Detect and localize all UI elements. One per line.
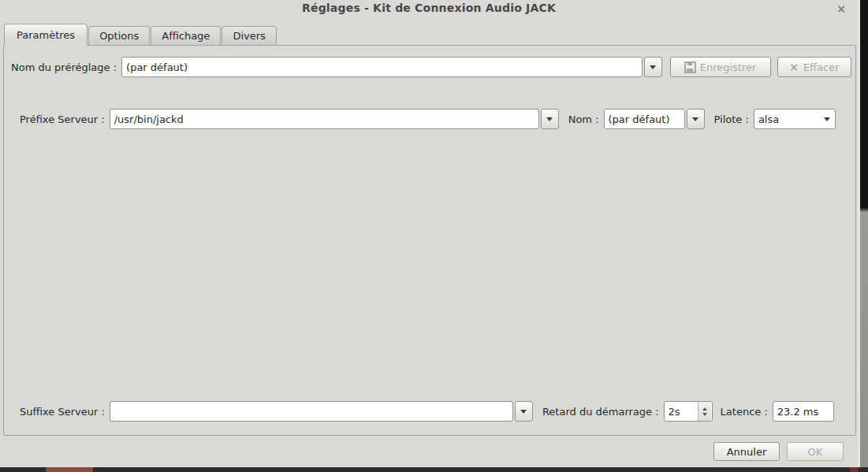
tab-affichage[interactable]: Affichage <box>151 26 221 46</box>
latency-label: Latence : <box>721 406 768 418</box>
server-name-combo[interactable]: (par défaut) <box>604 109 685 129</box>
background-window-edge <box>858 0 868 472</box>
save-preset-button[interactable]: Enregistrer <box>670 57 771 77</box>
close-icon[interactable]: × <box>834 2 848 16</box>
preset-name-label: Nom du préréglage : <box>11 61 117 73</box>
save-icon <box>684 61 696 73</box>
server-name-label: Nom : <box>568 113 599 125</box>
window-title: Réglages - Kit de Connexion Audio JACK <box>0 2 858 14</box>
save-button-label: Enregistrer <box>700 61 757 73</box>
chevron-down-icon <box>650 65 656 72</box>
start-delay-label: Retard du démarrage : <box>542 406 659 418</box>
spin-down-icon <box>702 413 707 418</box>
titlebar[interactable]: Réglages - Kit de Connexion Audio JACK × <box>0 0 858 17</box>
server-prefix-label: Préfixe Serveur : <box>20 113 105 125</box>
tab-bar: Paramètres Options Affichage Divers <box>4 24 278 46</box>
chevron-down-icon <box>824 117 830 125</box>
driver-combo[interactable]: alsa <box>754 109 836 129</box>
preset-combo-arrow[interactable] <box>644 57 662 77</box>
preset-name-value: (par défaut) <box>126 61 188 73</box>
spin-up-icon <box>702 405 707 411</box>
tab-divers[interactable]: Divers <box>222 26 276 46</box>
background-taskbar-edge <box>0 467 868 472</box>
cancel-button[interactable]: Annuler <box>713 442 780 461</box>
server-name-arrow[interactable] <box>687 109 705 129</box>
erase-preset-button[interactable]: × Effacer <box>777 57 851 77</box>
tab-options[interactable]: Options <box>88 26 150 46</box>
tab-panel <box>3 45 856 436</box>
tab-parametres[interactable]: Paramètres <box>4 24 88 46</box>
ok-button[interactable]: OK <box>787 442 844 461</box>
spinner-buttons[interactable] <box>698 402 711 421</box>
preset-name-combo[interactable]: (par défaut) <box>121 57 642 77</box>
latency-value: 23.2 ms <box>777 406 819 418</box>
server-suffix-combo[interactable] <box>110 401 513 422</box>
start-delay-spinbox[interactable]: 2s <box>664 401 713 422</box>
chevron-down-icon <box>546 117 553 125</box>
settings-dialog: Réglages - Kit de Connexion Audio JACK ×… <box>0 0 858 467</box>
erase-button-label: Effacer <box>803 61 840 73</box>
server-suffix-label: Suffixe Serveur : <box>20 406 105 418</box>
server-prefix-combo[interactable]: /usr/bin/jackd <box>110 109 539 129</box>
driver-label: Pilote : <box>714 113 749 125</box>
server-prefix-value: /usr/bin/jackd <box>114 113 184 125</box>
start-delay-value: 2s <box>669 406 680 418</box>
latency-display: 23.2 ms <box>773 401 834 422</box>
erase-icon: × <box>789 61 799 73</box>
server-prefix-arrow[interactable] <box>541 109 559 129</box>
chevron-down-icon <box>520 410 527 417</box>
server-suffix-arrow[interactable] <box>515 401 533 422</box>
driver-value: alsa <box>758 113 779 125</box>
server-name-value: (par défaut) <box>609 113 670 125</box>
chevron-down-icon <box>692 117 698 125</box>
